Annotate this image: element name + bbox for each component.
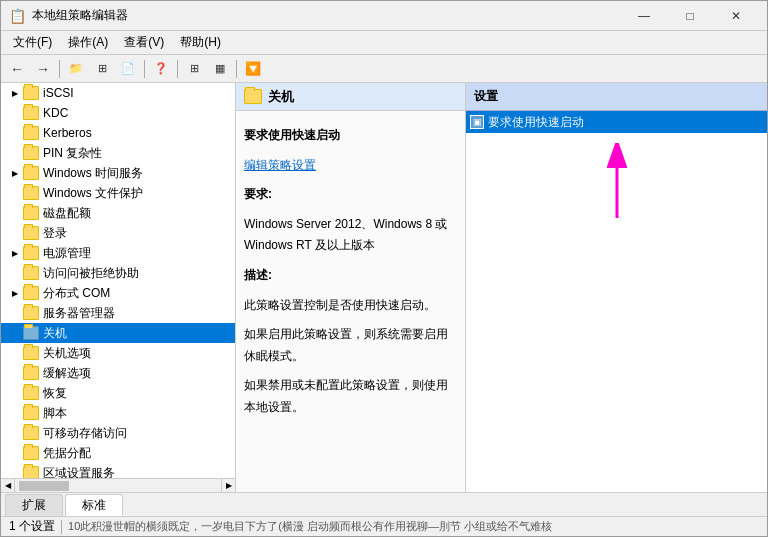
content-tabs: 扩展 标准 — [1, 492, 767, 516]
tree-hscroll: ◀ ▶ — [1, 478, 235, 492]
expand-kdc — [9, 107, 21, 119]
expand-wfp — [9, 187, 21, 199]
description-label: 描述: — [244, 265, 457, 287]
edit-policy-link[interactable]: 编辑策略设置 — [244, 158, 316, 172]
require-text-label: 要求: — [244, 184, 457, 206]
expand-scripts — [9, 407, 21, 419]
expand-servermgr — [9, 307, 21, 319]
tree-item-login[interactable]: 登录 — [1, 223, 235, 243]
note2-text: 如果禁用或未配置此策略设置，则使用本地设置。 — [244, 375, 457, 418]
mid-folder-icon — [244, 89, 262, 104]
toolbar: ← → 📁 ⊞ 📄 ❓ ⊞ ▦ 🔽 — [1, 55, 767, 83]
menu-action[interactable]: 操作(A) — [60, 32, 116, 53]
filter-button[interactable]: 🔽 — [241, 58, 265, 80]
expand-shutdown — [9, 327, 21, 339]
tree-item-locale[interactable]: 区域设置服务 — [1, 463, 235, 478]
help-button[interactable]: ❓ — [149, 58, 173, 80]
menu-help[interactable]: 帮助(H) — [172, 32, 229, 53]
expand-iscsi[interactable]: ▶ — [9, 87, 21, 99]
title-bar: 📋 本地组策略编辑器 — □ ✕ — [1, 1, 767, 31]
tree-item-credentials[interactable]: 凭据分配 — [1, 443, 235, 463]
folder-icon-iscsi — [23, 86, 39, 100]
folder-icon-wfp — [23, 186, 39, 200]
hscroll-left[interactable]: ◀ — [1, 479, 15, 493]
tree-item-mitigation[interactable]: 缓解选项 — [1, 363, 235, 383]
folder-icon-servermgr — [23, 306, 39, 320]
folder-icon-recovery — [23, 386, 39, 400]
expand-wts[interactable]: ▶ — [9, 167, 21, 179]
tree-item-wfp[interactable]: Windows 文件保护 — [1, 183, 235, 203]
tree-item-kerberos[interactable]: Kerberos — [1, 123, 235, 143]
mid-header: 关机 — [236, 83, 465, 111]
toolbar-separator-3 — [177, 60, 178, 78]
menu-bar: 文件(F) 操作(A) 查看(V) 帮助(H) — [1, 31, 767, 55]
tree-pane: ▶ iSCSI KDC Kerberos PIN 复杂性 — [1, 83, 236, 492]
minimize-button[interactable]: — — [621, 1, 667, 31]
note1-text: 如果启用此策略设置，则系统需要启用休眠模式。 — [244, 324, 457, 367]
right-header: 设置 — [466, 83, 767, 111]
menu-view[interactable]: 查看(V) — [116, 32, 172, 53]
folder-icon-shutdown-opts — [23, 346, 39, 360]
folder-icon-shutdown — [23, 326, 39, 340]
require-text: Windows Server 2012、Windows 8 或 Windows … — [244, 214, 457, 257]
hscroll-track — [15, 479, 221, 493]
mid-header-title: 关机 — [268, 88, 294, 106]
folder-icon-locale — [23, 466, 39, 478]
tree-item-kdc[interactable]: KDC — [1, 103, 235, 123]
expand-removable — [9, 427, 21, 439]
right-item-0[interactable]: ▣ 要求使用快速启动 — [466, 111, 767, 133]
tree-item-servermgr[interactable]: 服务器管理器 — [1, 303, 235, 323]
tree-item-shutdown-opts[interactable]: 关机选项 — [1, 343, 235, 363]
description-text: 此策略设置控制是否使用快速启动。 — [244, 295, 457, 317]
tree-item-removable[interactable]: 可移动存储访问 — [1, 423, 235, 443]
list-button[interactable]: ▦ — [208, 58, 232, 80]
tree-item-power[interactable]: ▶ 电源管理 — [1, 243, 235, 263]
expand-power[interactable]: ▶ — [9, 247, 21, 259]
status-divider — [61, 520, 62, 534]
tree-item-recovery[interactable]: 恢复 — [1, 383, 235, 403]
tree-item-dcom[interactable]: ▶ 分布式 COM — [1, 283, 235, 303]
tree-item-scripts[interactable]: 脚本 — [1, 403, 235, 423]
back-button[interactable]: ← — [5, 58, 29, 80]
tree-area[interactable]: ▶ iSCSI KDC Kerberos PIN 复杂性 — [1, 83, 235, 478]
maximize-button[interactable]: □ — [667, 1, 713, 31]
require-label: 要求使用快速启动 — [244, 125, 457, 147]
hscroll-thumb[interactable] — [19, 481, 69, 491]
forward-button[interactable]: → — [31, 58, 55, 80]
folder-icon-kdc — [23, 106, 39, 120]
expand-login — [9, 227, 21, 239]
folder-icon-mitigation — [23, 366, 39, 380]
menu-file[interactable]: 文件(F) — [5, 32, 60, 53]
tree-item-wts[interactable]: ▶ Windows 时间服务 — [1, 163, 235, 183]
tab-standard[interactable]: 标准 — [65, 494, 123, 516]
window: 📋 本地组策略编辑器 — □ ✕ 文件(F) 操作(A) 查看(V) 帮助(H)… — [0, 0, 768, 537]
status-count: 1 个设置 — [9, 518, 55, 535]
expand-disk — [9, 207, 21, 219]
tree-item-shutdown[interactable]: 关机 — [1, 323, 235, 343]
view-button[interactable]: ⊞ — [90, 58, 114, 80]
toolbar-separator-2 — [144, 60, 145, 78]
window-title: 本地组策略编辑器 — [32, 7, 128, 24]
folder-icon-wts — [23, 166, 39, 180]
right-list: ▣ 要求使用快速启动 — [466, 111, 767, 492]
bottom-info-text: 10此积漫世帽的横须既定，一岁电目下方了(横漫 启动频而根公有作用视聊—刖节 小… — [68, 519, 552, 534]
status-bar: 1 个设置 10此积漫世帽的横须既定，一岁电目下方了(横漫 启动频而根公有作用视… — [1, 516, 767, 536]
copy-button[interactable]: 📄 — [116, 58, 140, 80]
tree-item-iscsi[interactable]: ▶ iSCSI — [1, 83, 235, 103]
tree-item-disk[interactable]: 磁盘配额 — [1, 203, 235, 223]
toolbar-separator-1 — [59, 60, 60, 78]
tab-expand[interactable]: 扩展 — [5, 494, 63, 516]
expand-dcom[interactable]: ▶ — [9, 287, 21, 299]
grid-button[interactable]: ⊞ — [182, 58, 206, 80]
folder-icon-disk — [23, 206, 39, 220]
tree-item-pin[interactable]: PIN 复杂性 — [1, 143, 235, 163]
tree-item-access[interactable]: 访问问被拒绝协助 — [1, 263, 235, 283]
mid-content: 要求使用快速启动 编辑策略设置 要求: Windows Server 2012、… — [236, 111, 465, 492]
close-button[interactable]: ✕ — [713, 1, 759, 31]
expand-pin — [9, 147, 21, 159]
hscroll-right[interactable]: ▶ — [221, 479, 235, 493]
folder-icon-credentials — [23, 446, 39, 460]
folder-icon-kerberos — [23, 126, 39, 140]
expand-locale — [9, 467, 21, 478]
up-button[interactable]: 📁 — [64, 58, 88, 80]
